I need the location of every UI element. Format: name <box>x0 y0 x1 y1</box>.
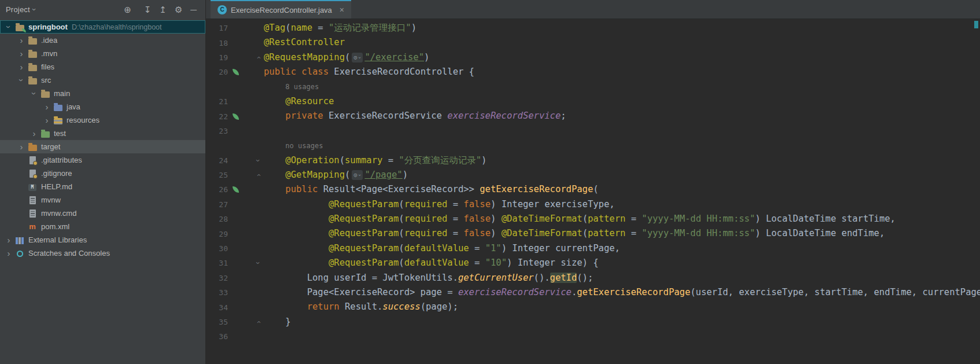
line-number[interactable]: 33 <box>206 288 228 297</box>
code-text[interactable]: @Resource <box>264 94 334 109</box>
chevron-collapsed-icon[interactable]: › <box>16 36 27 45</box>
spring-bean-icon[interactable] <box>228 186 243 193</box>
spring-bean-icon[interactable] <box>228 69 243 75</box>
chevron-collapsed-icon[interactable]: › <box>42 102 52 111</box>
code-text[interactable]: @RestController <box>264 35 345 50</box>
code-text[interactable]: Page<ExerciseRecord> page = exerciseReco… <box>264 285 980 300</box>
code-row: 20public class ExerciseRecordController … <box>206 65 980 79</box>
code-text[interactable]: @RequestParam(required = false) Integer … <box>264 197 615 212</box>
code-text[interactable]: public class ExerciseRecordController { <box>264 65 474 79</box>
chevron-collapsed-icon[interactable]: › <box>3 236 14 244</box>
line-number[interactable]: 22 <box>206 112 228 121</box>
line-number[interactable]: 21 <box>206 97 228 106</box>
tree-item-pom-xml[interactable]: mpom.xml <box>0 220 205 233</box>
line-number[interactable]: 17 <box>206 24 228 32</box>
libraries-icon <box>14 236 25 244</box>
project-tree: ›springbootD:\zhazha\health\springboot›.… <box>0 19 205 364</box>
code-text[interactable]: @Operation(summary = "分页查询运动记录") <box>264 153 487 168</box>
line-number[interactable]: 27 <box>206 200 228 209</box>
line-number[interactable]: 32 <box>206 274 228 282</box>
select-opened-file-icon[interactable]: ⊕ <box>124 5 131 14</box>
line-number[interactable]: 34 <box>206 303 228 312</box>
fold-expand-icon[interactable]: › <box>243 157 264 164</box>
inlay-hint[interactable]: 8 usages <box>264 79 319 94</box>
line-number[interactable]: 26 <box>206 185 228 194</box>
line-number[interactable]: 18 <box>206 39 228 47</box>
tree-item-gitignore[interactable]: .gitignore <box>0 167 205 180</box>
url-mapping-inlay-icon[interactable]: ⊙› <box>352 170 363 180</box>
code-text[interactable]: private ExerciseRecordService exerciseRe… <box>264 109 566 123</box>
spring-bean-icon[interactable] <box>228 113 243 120</box>
line-number[interactable]: 35 <box>206 318 228 326</box>
code-text[interactable]: @RequestParam(required = false) @DateTim… <box>264 226 885 241</box>
chevron-expanded-icon[interactable]: › <box>16 76 27 84</box>
line-number[interactable]: 28 <box>206 215 228 223</box>
tree-item-scratches-and-consoles[interactable]: ›Scratches and Consoles <box>0 247 205 260</box>
line-number[interactable]: 36 <box>206 332 228 341</box>
hide-panel-icon[interactable]: ─ <box>190 5 197 14</box>
tree-item-java[interactable]: ›java <box>0 100 205 113</box>
close-icon[interactable]: × <box>340 5 344 14</box>
code-text[interactable]: @Tag(name = "运动记录管理接口") <box>264 21 417 35</box>
url-mapping-inlay-icon[interactable]: ⊙› <box>352 53 363 62</box>
tree-item-gitattributes[interactable]: .gitattributes <box>0 153 205 167</box>
expand-all-icon[interactable]: ↧ <box>144 5 152 14</box>
line-number[interactable]: 24 <box>206 156 228 165</box>
chevron-down-icon[interactable]: › <box>33 5 35 14</box>
tree-item-files[interactable]: ›files <box>0 60 205 73</box>
chevron-collapsed-icon[interactable]: › <box>3 249 14 258</box>
line-number[interactable]: 23 <box>206 127 228 135</box>
line-number[interactable]: 30 <box>206 244 228 253</box>
tree-item-springboot[interactable]: ›springbootD:\zhazha\health\springboot <box>0 20 205 34</box>
code-text[interactable]: @RequestParam(defaultValue = "10") Integ… <box>264 256 599 270</box>
tree-item-target[interactable]: ›target <box>0 140 205 153</box>
chevron-expanded-icon[interactable]: › <box>3 23 14 31</box>
tree-item-test[interactable]: ›test <box>0 127 205 140</box>
tree-item-label: files <box>41 62 54 71</box>
chevron-collapsed-icon[interactable]: › <box>16 49 27 58</box>
tree-item-help-md[interactable]: MHELP.md <box>0 180 205 193</box>
chevron-collapsed-icon[interactable]: › <box>16 142 27 151</box>
code-row: 35› } <box>206 315 980 329</box>
scrollbar-thumb[interactable] <box>974 21 978 28</box>
chevron-collapsed-icon[interactable]: › <box>42 116 52 124</box>
tree-item-src[interactable]: ›src <box>0 73 205 87</box>
collapse-all-icon[interactable]: ↥ <box>159 5 167 14</box>
settings-icon[interactable]: ⚙ <box>175 5 182 14</box>
tree-item-idea[interactable]: ›.idea <box>0 34 205 47</box>
chevron-collapsed-icon[interactable]: › <box>16 62 27 71</box>
tree-item-main[interactable]: ›main <box>0 87 205 100</box>
code-text[interactable]: @RequestMapping(⊙›"/exercise") <box>264 50 429 65</box>
fold-expand-icon[interactable]: › <box>243 259 264 267</box>
tree-item-mvnw-cmd[interactable]: mvnw.cmd <box>0 207 205 220</box>
code-text[interactable]: return Result.success(page); <box>264 300 458 314</box>
tree-item-label: java <box>67 102 80 111</box>
line-number[interactable]: 25 <box>206 171 228 179</box>
tree-item-label: pom.xml <box>41 222 69 231</box>
tree-item-mvn[interactable]: ›.mvn <box>0 47 205 60</box>
tree-item-label: mvnw.cmd <box>41 209 76 218</box>
tree-item-mvnw[interactable]: mvnw <box>0 193 205 207</box>
line-number[interactable]: 31 <box>206 259 228 267</box>
tab-exercise-record-controller[interactable]: C ExerciseRecordController.java × <box>211 0 351 19</box>
line-number[interactable]: 29 <box>206 230 228 238</box>
tree-item-external-libraries[interactable]: ›External Libraries <box>0 233 205 247</box>
line-number[interactable]: 20 <box>206 68 228 76</box>
code-text[interactable]: public Result<Page<ExerciseRecord>> getE… <box>264 182 599 197</box>
code-text[interactable]: @RequestParam(defaultValue = "1") Intege… <box>264 241 620 256</box>
code-editor[interactable]: 17@Tag(name = "运动记录管理接口")18@RestControll… <box>206 19 980 364</box>
chevron-expanded-icon[interactable]: › <box>29 89 39 98</box>
inlay-hint[interactable]: no usages <box>264 138 323 153</box>
fold-collapse-icon[interactable]: › <box>243 318 264 326</box>
fold-collapse-icon[interactable]: › <box>243 54 264 61</box>
tree-item-label: External Libraries <box>28 236 87 244</box>
project-panel-title[interactable]: Project <box>6 5 30 14</box>
code-text[interactable]: Long userId = JwtTokenUtils.getCurrentUs… <box>264 271 593 285</box>
code-text[interactable]: @GetMapping(⊙›"/page") <box>264 168 408 182</box>
chevron-collapsed-icon[interactable]: › <box>29 129 39 138</box>
fold-collapse-icon[interactable]: › <box>243 171 264 179</box>
code-text[interactable]: @RequestParam(required = false) @DateTim… <box>264 212 896 226</box>
code-text[interactable]: } <box>264 315 291 329</box>
tree-item-resources[interactable]: ›resources <box>0 113 205 127</box>
line-number[interactable]: 19 <box>206 53 228 62</box>
